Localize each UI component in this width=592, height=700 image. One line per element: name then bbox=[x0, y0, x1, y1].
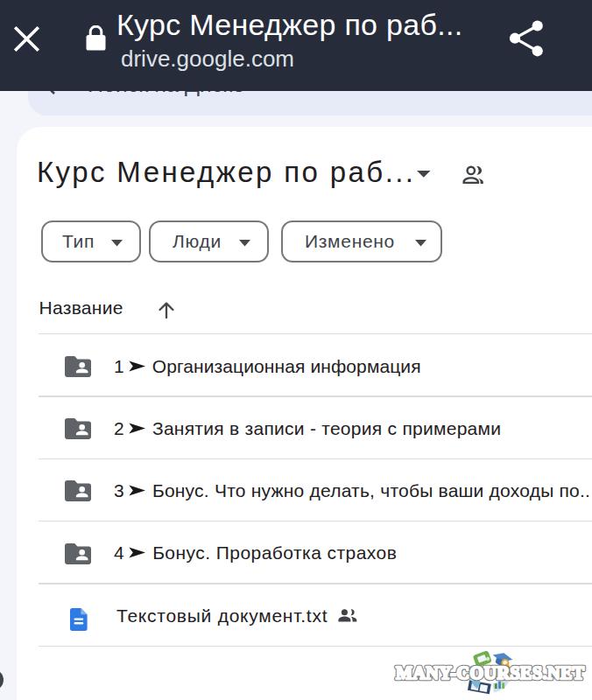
svg-text:MANY-COURSES.NET: MANY-COURSES.NET bbox=[396, 663, 585, 682]
